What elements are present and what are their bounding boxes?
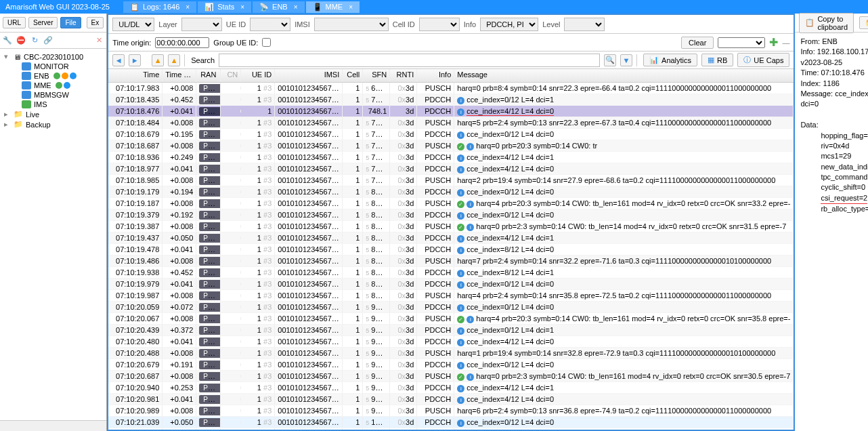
col-header-rnti[interactable]: RNTI (390, 69, 417, 82)
refresh-icon[interactable]: ↻ (30, 36, 39, 45)
prev-icon[interactable]: ◄ (112, 54, 125, 66)
log-row[interactable]: 07:10:20.981 +0.041 PHY 1 #3 00101012345… (108, 394, 794, 405)
log-row[interactable]: 07:10:20.439 +0.372 PHY 1 #3 00101012345… (108, 325, 794, 336)
expand-icon[interactable]: ▾ (4, 52, 11, 61)
server-button[interactable]: Server (28, 17, 58, 28)
log-row[interactable]: 07:10:19.987 +0.008 PHY 1 #3 00101012345… (108, 290, 794, 302)
log-row[interactable]: 07:10:19.979 +0.041 PHY 1 #3 00101012345… (108, 279, 794, 290)
log-row[interactable]: 07:10:19.187 +0.008 PHY 1 #3 00101012345… (108, 198, 794, 209)
tree-item-cbc-2023010100[interactable]: ▾🖥CBC-2023010100 (3, 52, 104, 62)
log-row[interactable]: 07:10:21.039 +0.050 PHY 1 #3 00101012345… (108, 417, 794, 428)
tree-item-mbmsgw[interactable]: MBMSGW (3, 90, 104, 100)
log-row[interactable]: 07:10:18.977 +0.041 PHY 1 #3 00101012345… (108, 163, 794, 175)
tree-item-enb[interactable]: ENB (3, 71, 104, 81)
analytics-button[interactable]: 📊Analytics (643, 54, 697, 66)
log-row[interactable]: 07:10:19.938 +0.452 PHY 1 #3 00101012345… (108, 267, 794, 279)
add-icon[interactable]: ✚ (769, 36, 778, 49)
log-row[interactable]: 07:10:19.387 +0.008 PHY 1 #3 00101012345… (108, 221, 794, 232)
log-row[interactable]: 07:10:17.983 +0.008 PHY 1 #3 00101012345… (108, 83, 794, 94)
log-row[interactable]: 07:10:18.679 +0.195 PHY 1 #3 00101012345… (108, 129, 794, 140)
remove-icon[interactable]: — (782, 39, 789, 47)
log-row[interactable]: 07:10:19.179 +0.194 PHY 1 #3 00101012345… (108, 186, 794, 198)
log-row[interactable]: 07:10:19.437 +0.050 PHY 1 #3 00101012345… (108, 232, 794, 244)
browse-button[interactable]: 📁Browse (859, 16, 868, 29)
col-header-time[interactable]: Time (108, 69, 162, 82)
log-row[interactable]: 07:10:18.985 +0.008 PHY 1 #3 00101012345… (108, 175, 794, 186)
log-row[interactable]: 07:10:20.679 +0.191 PHY 1 #3 00101012345… (108, 359, 794, 371)
warn2-icon[interactable]: ▲ (168, 54, 180, 66)
top-tab-stats[interactable]: 📊Stats× (198, 1, 251, 13)
cellid-select[interactable] (419, 18, 460, 31)
log-row[interactable]: 07:10:20.687 +0.008 PHY 1 #3 00101012345… (108, 371, 794, 382)
log-row[interactable]: 07:10:18.687 +0.008 PHY 1 #3 00101012345… (108, 140, 794, 152)
time-origin-input[interactable] (155, 37, 209, 48)
log-row[interactable]: 07:10:18.476 +0.041 PHY 1 00101012345678… (108, 106, 794, 117)
cell-time: 07:10:19.938 (108, 267, 162, 278)
col-header-ue-id[interactable]: UE ID (241, 69, 275, 82)
clear-button[interactable]: Clear (681, 37, 714, 49)
log-row[interactable]: 07:10:19.379 +0.192 PHY 1 #3 00101012345… (108, 209, 794, 221)
h-scrollbar[interactable] (0, 420, 106, 431)
log-row[interactable]: 07:10:20.480 +0.041 PHY 1 #3 00101012345… (108, 336, 794, 348)
tree-item-monitor[interactable]: MONITOR (3, 62, 104, 71)
close-icon[interactable]: ✕ (94, 36, 104, 45)
cell-diff: +0.372 (162, 325, 196, 335)
expand-icon[interactable]: ▸ (4, 120, 11, 129)
log-row[interactable]: 07:10:18.484 +0.008 PHY 1 #3 00101012345… (108, 117, 794, 129)
tree-item-ims[interactable]: IMS (3, 100, 104, 109)
log-row[interactable]: 07:10:18.936 +0.249 PHY 1 #3 00101012345… (108, 152, 794, 163)
rb-button[interactable]: ▦RB (701, 54, 733, 66)
log-row[interactable]: 07:10:20.940 +0.253 PHY 1 #3 00101012345… (108, 382, 794, 394)
col-header-cn[interactable]: CN (221, 69, 241, 82)
copy-button[interactable]: 📋Copy to clipboard (799, 13, 854, 33)
stop-icon[interactable]: ⛔ (16, 36, 26, 45)
clear-select[interactable] (718, 37, 765, 48)
log-row[interactable]: 07:10:19.478 +0.041 PHY 1 #3 00101012345… (108, 244, 794, 255)
expand-icon[interactable]: ▸ (4, 110, 11, 119)
log-row[interactable]: 07:10:18.435 +0.452 PHY 1 #3 00101012345… (108, 94, 794, 106)
tree-item-backup[interactable]: ▸📁Backup (3, 119, 104, 129)
top-tab-enb[interactable]: 📡ENB× (253, 1, 304, 13)
col-header-imsi[interactable]: IMSI (275, 69, 343, 82)
search-input[interactable] (219, 54, 600, 67)
close-icon[interactable]: × (294, 3, 298, 11)
url-button[interactable]: URL (3, 17, 26, 28)
top-tab-logs--1646[interactable]: 📋Logs: 1646× (123, 1, 196, 13)
info-select[interactable]: PDCCH, PI (480, 18, 538, 31)
tree-item-mme[interactable]: MME (3, 81, 104, 90)
uldl-select[interactable]: UL/DL (112, 18, 154, 31)
imsi-select[interactable] (314, 18, 389, 31)
close-icon[interactable]: × (240, 3, 244, 11)
tree-item-live[interactable]: ▸📁Live (3, 109, 104, 119)
col-header-sfn[interactable]: SFN (363, 69, 390, 82)
layer-select[interactable] (181, 18, 222, 31)
col-header-ran[interactable]: RAN (196, 69, 221, 82)
log-row[interactable]: 07:10:20.067 +0.008 PHY 1 #3 00101012345… (108, 313, 794, 325)
file-button[interactable]: File (60, 17, 81, 28)
log-row[interactable]: 07:10:20.059 +0.072 PHY 1 #3 00101012345… (108, 302, 794, 313)
uecaps-button[interactable]: ⓘUE Caps (737, 53, 789, 67)
close-icon[interactable]: × (349, 3, 353, 11)
col-header-info[interactable]: Info (417, 69, 454, 82)
next-icon[interactable]: ► (129, 54, 141, 66)
top-tab-mme[interactable]: 📱MME× (306, 1, 360, 13)
link-icon[interactable]: 🔗 (43, 36, 53, 45)
group-ue-checkbox[interactable] (262, 38, 271, 47)
log-row[interactable]: 07:10:19.486 +0.008 PHY 1 #3 00101012345… (108, 255, 794, 267)
binoculars-icon[interactable]: 🔍 (604, 54, 616, 66)
warn-icon[interactable]: ▲ (152, 54, 164, 66)
col-header-cell[interactable]: Cell (343, 69, 363, 82)
export-button[interactable]: Ex (87, 17, 104, 28)
ueid-select[interactable] (250, 18, 290, 31)
log-row[interactable]: 07:10:20.488 +0.008 PHY 1 #3 00101012345… (108, 348, 794, 359)
wrench-icon[interactable]: 🔧 (3, 36, 12, 45)
cell-info: PUSCH (417, 198, 454, 209)
info-icon: i (457, 166, 464, 173)
col-header-message[interactable]: Message (454, 69, 794, 82)
log-row[interactable]: 07:10:21.047 +0.008 PHY 1 #3 00101012345… (108, 428, 794, 430)
search-next-icon[interactable]: ▼ (620, 54, 632, 66)
close-icon[interactable]: × (186, 3, 190, 11)
log-row[interactable]: 07:10:20.989 +0.008 PHY 1 #3 00101012345… (108, 405, 794, 417)
col-header-time-diff[interactable]: Time diff (162, 69, 196, 82)
level-select[interactable] (564, 18, 605, 31)
